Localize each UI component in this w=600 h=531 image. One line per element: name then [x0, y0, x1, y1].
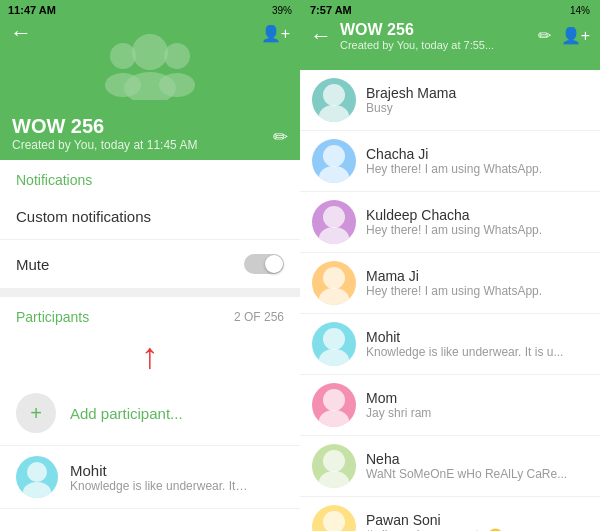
- r-name-2: Kuldeep Chacha: [366, 207, 588, 223]
- right-header: 7:57 AM 14% ← WOW 256 Created by You, to…: [300, 0, 600, 70]
- left-battery: 39%: [272, 5, 292, 16]
- left-status-bar: 11:47 AM 39%: [0, 0, 300, 20]
- svg-point-16: [323, 328, 345, 350]
- r-avatar-3: [312, 261, 356, 305]
- r-contact-5[interactable]: Mom Jay shri ram: [300, 375, 600, 436]
- red-arrow-icon: ↑: [141, 335, 159, 377]
- add-participant-item[interactable]: + Add participant...: [0, 381, 300, 446]
- right-actions: ✏ 👤+: [538, 26, 590, 45]
- participants-header: Participants 2 OF 256: [0, 297, 300, 331]
- svg-point-2: [110, 43, 136, 69]
- r-contact-0[interactable]: Brajesh Mama Busy: [300, 70, 600, 131]
- notifications-section-header: Notifications: [0, 160, 300, 194]
- right-group-title: WOW 256: [340, 20, 530, 39]
- left-time: 11:47 AM: [8, 4, 56, 16]
- left-back-button[interactable]: ←: [10, 20, 32, 46]
- r-avatar-0: [312, 78, 356, 122]
- left-contact-mohit[interactable]: Mohit Knowledge is like underwear. It is…: [0, 446, 300, 509]
- svg-point-6: [27, 462, 47, 482]
- svg-point-14: [323, 267, 345, 289]
- svg-point-13: [319, 227, 349, 244]
- r-info-6: Neha WaNt SoMeOnE wHo ReAlLy CaRe...: [366, 451, 588, 481]
- svg-point-10: [323, 145, 345, 167]
- r-contact-7[interactable]: Pawan Soni # silence have secrets 😀: [300, 497, 600, 531]
- r-msg-5: Jay shri ram: [366, 406, 588, 420]
- r-contact-3[interactable]: Mama Ji Hey there! I am using WhatsApp.: [300, 253, 600, 314]
- left-content: Notifications Custom notifications Mute …: [0, 160, 300, 531]
- r-msg-4: Knowledge is like underwear. It is u...: [366, 345, 588, 359]
- r-name-1: Chacha Ji: [366, 146, 588, 162]
- toggle-knob: [265, 255, 283, 273]
- r-name-6: Neha: [366, 451, 588, 467]
- mohit-name: Mohit: [70, 462, 284, 479]
- svg-point-3: [105, 73, 141, 97]
- r-msg-0: Busy: [366, 101, 588, 115]
- r-avatar-7: [312, 505, 356, 531]
- mute-item[interactable]: Mute: [0, 240, 300, 289]
- svg-point-11: [319, 166, 349, 183]
- svg-point-4: [164, 43, 190, 69]
- r-avatar-6: [312, 444, 356, 488]
- r-info-2: Kuldeep Chacha Hey there! I am using Wha…: [366, 207, 588, 237]
- group-avatar-icon: [105, 30, 195, 104]
- r-info-7: Pawan Soni # silence have secrets 😀: [366, 512, 588, 531]
- mute-toggle[interactable]: [244, 254, 284, 274]
- r-name-4: Mohit: [366, 329, 588, 345]
- svg-point-12: [323, 206, 345, 228]
- arrow-container: ↑: [0, 331, 300, 381]
- r-info-5: Mom Jay shri ram: [366, 390, 588, 420]
- svg-point-5: [159, 73, 195, 97]
- r-name-7: Pawan Soni: [366, 512, 588, 528]
- add-participant-label: Add participant...: [70, 405, 183, 422]
- add-person-button[interactable]: 👤+: [261, 24, 290, 43]
- r-msg-3: Hey there! I am using WhatsApp.: [366, 284, 588, 298]
- mohit-info: Mohit Knowledge is like underwear. It is…: [70, 462, 284, 493]
- right-time: 7:57 AM: [310, 4, 352, 16]
- right-battery: 14%: [570, 5, 590, 16]
- right-add-person-icon[interactable]: 👤+: [561, 26, 590, 45]
- r-contact-2[interactable]: Kuldeep Chacha Hey there! I am using Wha…: [300, 192, 600, 253]
- r-contact-4[interactable]: Mohit Knowledge is like underwear. It is…: [300, 314, 600, 375]
- r-avatar-2: [312, 200, 356, 244]
- r-info-4: Mohit Knowledge is like underwear. It is…: [366, 329, 588, 359]
- svg-point-17: [319, 349, 349, 366]
- svg-point-22: [323, 511, 345, 531]
- r-msg-2: Hey there! I am using WhatsApp.: [366, 223, 588, 237]
- right-nav: ← WOW 256 Created by You, today at 7:55.…: [310, 20, 590, 51]
- custom-notifications-item[interactable]: Custom notifications: [0, 194, 300, 240]
- r-info-3: Mama Ji Hey there! I am using WhatsApp.: [366, 268, 588, 298]
- mohit-msg: Knowledge is like underwear. It is u...: [70, 479, 250, 493]
- left-header: 11:47 AM 39% ← 👤+ WOW 256 Created by You…: [0, 0, 300, 160]
- svg-point-9: [319, 105, 349, 122]
- right-contact-list: Brajesh Mama Busy Chacha Ji Hey there! I…: [300, 70, 600, 531]
- r-msg-6: WaNt SoMeOnE wHo ReAlLy CaRe...: [366, 467, 588, 481]
- edit-icon[interactable]: ✏: [273, 126, 288, 148]
- right-status-bar: 7:57 AM 14%: [310, 4, 590, 16]
- r-name-5: Mom: [366, 390, 588, 406]
- r-avatar-4: [312, 322, 356, 366]
- svg-point-8: [323, 84, 345, 106]
- svg-point-7: [23, 482, 51, 498]
- svg-point-19: [319, 410, 349, 427]
- custom-notifications-label: Custom notifications: [16, 208, 284, 225]
- svg-point-0: [132, 34, 168, 70]
- svg-point-15: [319, 288, 349, 305]
- svg-point-21: [319, 471, 349, 488]
- right-edit-icon[interactable]: ✏: [538, 26, 551, 45]
- participants-count: 2 OF 256: [234, 310, 284, 324]
- r-contact-1[interactable]: Chacha Ji Hey there! I am using WhatsApp…: [300, 131, 600, 192]
- mohit-avatar: [16, 456, 58, 498]
- right-back-button[interactable]: ←: [310, 23, 332, 49]
- r-contact-6[interactable]: Neha WaNt SoMeOnE wHo ReAlLy CaRe...: [300, 436, 600, 497]
- participants-label: Participants: [16, 309, 89, 325]
- mute-label: Mute: [16, 256, 244, 273]
- svg-point-20: [323, 450, 345, 472]
- left-panel: 11:47 AM 39% ← 👤+ WOW 256 Created by You…: [0, 0, 300, 531]
- r-avatar-5: [312, 383, 356, 427]
- left-group-title: WOW 256: [12, 115, 288, 138]
- r-name-3: Mama Ji: [366, 268, 588, 284]
- svg-point-18: [323, 389, 345, 411]
- r-msg-1: Hey there! I am using WhatsApp.: [366, 162, 588, 176]
- right-group-info: WOW 256 Created by You, today at 7:55...: [340, 20, 530, 51]
- r-name-0: Brajesh Mama: [366, 85, 588, 101]
